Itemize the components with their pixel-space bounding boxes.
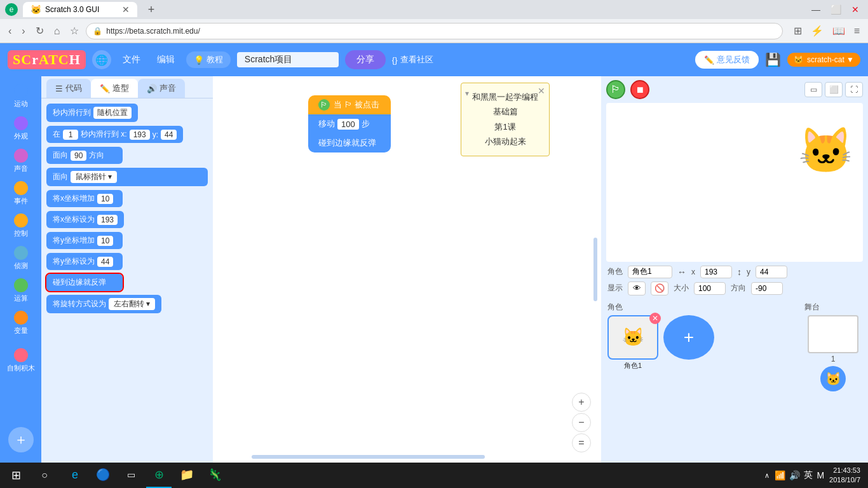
block-face-direction[interactable]: 面向 90 方向 — [46, 147, 208, 164]
show-eye-btn[interactable]: 👁 — [628, 281, 646, 295]
reading-view-btn[interactable]: 📖 — [829, 24, 848, 38]
save-btn[interactable]: 💾 — [765, 52, 781, 67]
note-close-btn[interactable]: ✕ — [538, 86, 545, 96]
blocks-panel: ☰ 代码 ✏️ 造型 🔊 声音 秒内滑行到 隨机位置 — [41, 76, 213, 463]
stage-thumb[interactable] — [808, 315, 858, 353]
sidebar-item-motion[interactable]: 运动 — [3, 81, 39, 111]
normal-stage-btn[interactable]: ⬜ — [825, 82, 843, 97]
file-menu-btn[interactable]: 文件 — [118, 51, 146, 68]
hide-eye-btn[interactable]: 🚫 — [651, 281, 668, 295]
nav-forward-btn[interactable]: › — [18, 24, 28, 38]
block-rotation-style[interactable]: 将旋转方式设为 左右翻转 ▾ — [46, 295, 208, 313]
block-glide-random[interactable]: 秒内滑行到 隨机位置 — [46, 104, 208, 122]
stop-btn[interactable]: ⏹ — [630, 80, 649, 99]
tab-close-btn[interactable]: ✕ — [122, 4, 130, 15]
volume-icon[interactable]: 🔊 — [789, 470, 800, 480]
main-editor: 运动 外观 声音 事件 控制 侦测 运算 变量 — [0, 76, 868, 463]
block-change-x[interactable]: 将x坐标增加 10 — [46, 190, 208, 207]
add-extension-btn[interactable]: ＋ — [8, 427, 34, 452]
add-backdrop-btn[interactable]: 🐱 — [820, 366, 846, 391]
block-set-x[interactable]: 将x坐标设为 193 — [46, 211, 208, 228]
ime-icon[interactable]: M — [817, 470, 824, 480]
block-bounce[interactable]: 碰到边缘就反弹 — [46, 274, 208, 291]
y-input[interactable] — [756, 266, 787, 278]
workspace-move-block[interactable]: 移动 100 步 — [308, 114, 391, 133]
sprite-delete-btn[interactable]: ✕ — [649, 313, 661, 324]
taskbar-cortana[interactable]: 🔵 — [90, 463, 116, 488]
taskbar-chrome[interactable]: ⊕ — [146, 463, 172, 488]
myblocks-label: 自制积木 — [7, 363, 35, 373]
workspace-bounce-block[interactable]: 碰到边缘就反弹 — [308, 133, 391, 152]
cat-sprite: 🐱 — [798, 128, 853, 173]
sprite-name-input[interactable] — [628, 266, 672, 278]
nav-home-btn[interactable]: ⌂ — [51, 24, 64, 38]
clock[interactable]: 21:43:53 2018/10/7 — [829, 466, 860, 485]
sprite-item-cat[interactable]: 🐱 ✕ 角色1 — [607, 315, 658, 370]
sidebar-item-sensing[interactable]: 侦测 — [3, 243, 39, 273]
sprite-thumb-cat[interactable]: 🐱 ✕ — [607, 315, 658, 360]
script-workspace[interactable]: 🏳 当 🏳 被点击 移动 100 步 碰到边缘就反弹 ✕ ▾ 和黑黑一起学编程 … — [213, 76, 601, 463]
nav-refresh-btn[interactable]: ↻ — [32, 24, 47, 38]
taskbar-pin6[interactable]: 🦎 — [202, 463, 227, 488]
settings-btn[interactable]: ≡ — [851, 24, 863, 38]
sidebar-item-looks[interactable]: 外观 — [3, 114, 39, 144]
tab-costume[interactable]: ✏️ 造型 — [91, 79, 138, 98]
browser-icon[interactable]: e — [5, 3, 18, 16]
sidebar-item-sound[interactable]: 声音 — [3, 146, 39, 176]
block-set-y[interactable]: 将y坐标设为 44 — [46, 253, 208, 270]
zoom-reset-btn[interactable]: = — [572, 433, 591, 452]
x-input[interactable] — [700, 266, 732, 278]
project-name-input[interactable] — [237, 52, 339, 67]
taskbar-explorer[interactable]: 📁 — [174, 463, 200, 488]
taskbar-edge[interactable]: e — [62, 463, 88, 488]
sidebar-item-control[interactable]: 控制 — [3, 211, 39, 241]
community-btn[interactable]: {} 查看社区 — [392, 54, 433, 65]
fullscreen-btn[interactable]: ⛶ — [845, 82, 863, 97]
tutorials-btn[interactable]: 💡 教程 — [186, 51, 231, 68]
small-stage-btn[interactable]: ▭ — [804, 82, 822, 97]
size-input[interactable] — [694, 282, 726, 295]
network-icon[interactable]: 📶 — [775, 470, 785, 480]
sidebar-item-events[interactable]: 事件 — [3, 179, 39, 208]
extensions-btn[interactable]: ⊞ — [790, 24, 805, 38]
add-sprite-btn[interactable]: + — [663, 315, 714, 360]
ssl-lock-icon: 🔒 — [93, 27, 102, 36]
taskbar-taskview[interactable]: ▭ — [118, 463, 144, 488]
tab-code[interactable]: ☰ 代码 — [46, 79, 91, 98]
new-tab-btn[interactable]: + — [142, 1, 160, 18]
nav-star-btn[interactable]: ☆ — [67, 24, 82, 38]
lang-icon[interactable]: 英 — [804, 470, 813, 481]
green-flag-btn[interactable]: 🏳 — [606, 80, 625, 99]
workspace-block-group[interactable]: 🏳 当 🏳 被点击 移动 100 步 碰到边缘就反弹 — [308, 95, 391, 152]
move-value[interactable]: 100 — [337, 119, 359, 130]
share-btn[interactable]: 分享 — [345, 50, 386, 69]
looks-label: 外观 — [14, 132, 28, 141]
window-minimize-btn[interactable]: — — [808, 3, 824, 16]
block-glide-xy[interactable]: 在 1 秒内滑行到 x: 193 y: 44 — [46, 126, 208, 143]
address-bar[interactable]: 🔒 https://beta.scratch.mit.edu/ — [86, 23, 782, 39]
zoom-out-btn[interactable]: − — [572, 413, 591, 432]
window-close-btn[interactable]: ✕ — [848, 3, 863, 16]
start-btn[interactable]: ⊞ — [0, 463, 32, 488]
sidebar-item-operators[interactable]: 运算 — [3, 276, 39, 306]
hub-btn[interactable]: ⚡ — [808, 24, 827, 38]
size-label: 大小 — [674, 283, 689, 294]
nav-back-btn[interactable]: ‹ — [5, 24, 15, 38]
active-tab[interactable]: 🐱 Scratch 3.0 GUI ✕ — [23, 2, 137, 17]
myblocks-dot — [14, 348, 28, 362]
edit-menu-btn[interactable]: 编辑 — [152, 51, 180, 68]
user-menu-btn[interactable]: 🐱 scratch-cat ▼ — [787, 53, 860, 67]
window-maximize-btn[interactable]: ⬜ — [827, 3, 845, 16]
block-face-mouse[interactable]: 面向 鼠标指针 ▾ — [46, 168, 208, 186]
tray-expand-btn[interactable]: ∧ — [764, 471, 770, 480]
search-btn[interactable]: ○ — [32, 463, 57, 488]
zoom-in-btn[interactable]: + — [572, 393, 591, 412]
workspace-hat-block[interactable]: 🏳 当 🏳 被点击 — [308, 95, 391, 114]
sidebar-item-variables[interactable]: 变量 — [3, 308, 39, 338]
direction-input[interactable] — [751, 282, 783, 295]
block-change-y[interactable]: 将y坐标增加 10 — [46, 232, 208, 249]
language-btn[interactable]: 🌐 — [92, 50, 111, 69]
sidebar-item-myblocks[interactable]: 自制积木 — [3, 346, 39, 376]
tab-sound[interactable]: 🔊 声音 — [138, 79, 185, 98]
feedback-btn[interactable]: ✏️ 意见反馈 — [695, 51, 759, 69]
